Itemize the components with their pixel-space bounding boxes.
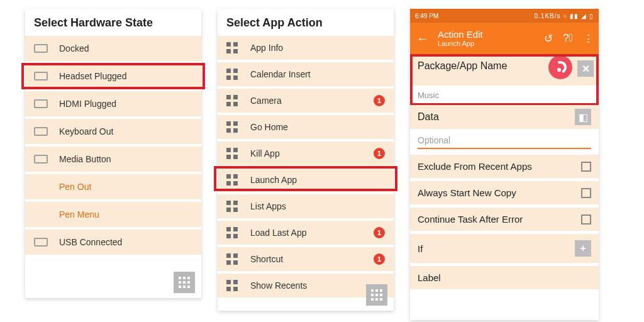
count-badge: 1 <box>374 253 385 265</box>
laptop-icon <box>34 155 48 164</box>
list-item[interactable]: Launch App <box>218 168 394 192</box>
item-label: Show Recents <box>250 280 385 291</box>
app-grid-icon <box>226 121 238 133</box>
status-time: 6:49 PM <box>415 13 438 19</box>
app-name-value: Music <box>410 86 599 105</box>
item-label: Launch App <box>250 175 385 185</box>
app-bar: ← Action Edit Launch App ↺ ?⃝ ⋮ <box>410 23 599 54</box>
placeholder-text: Optional <box>418 135 450 145</box>
laptop-icon <box>34 72 48 80</box>
section-package[interactable]: Package/App Name ✕ <box>410 54 599 86</box>
row-label: Label <box>418 272 441 283</box>
row-label: If <box>418 243 423 254</box>
item-label: HDMI Plugged <box>59 99 192 109</box>
status-bar: 6:49 PM 0.1KB/s ⌂ ▮▮ ◢ ▯ <box>410 9 599 23</box>
section-label: Data <box>418 111 439 123</box>
laptop-icon <box>34 99 48 108</box>
item-label: Docked <box>59 43 192 53</box>
item-label: USB Connected <box>59 237 192 247</box>
checkbox-row[interactable]: Continue Task After Error <box>410 208 599 231</box>
panel-app-action: Select App Action App InfoCalendar Inser… <box>218 9 394 311</box>
laptop-icon <box>34 238 48 247</box>
help-icon[interactable]: ?⃝ <box>563 32 573 45</box>
list-item[interactable]: Docked <box>25 36 201 61</box>
status-net: 0.1KB/s <box>535 13 561 19</box>
list-item[interactable]: Kill App1 <box>218 142 394 165</box>
list-item[interactable]: Pen Out <box>25 174 201 199</box>
item-label: App Info <box>250 43 385 53</box>
list-item[interactable]: Calendar Insert <box>218 62 394 86</box>
item-label: Camera <box>250 96 374 106</box>
undo-icon[interactable]: ↺ <box>544 32 553 45</box>
item-label: Pen Out <box>59 182 192 192</box>
item-label: Headset Plugged <box>59 71 192 81</box>
item-label: Kill App <box>250 148 374 158</box>
count-badge: 1 <box>374 227 385 238</box>
checkbox[interactable] <box>581 162 591 172</box>
app-grid-icon <box>226 280 238 291</box>
item-label: Go Home <box>250 122 385 132</box>
laptop-icon <box>34 44 48 53</box>
item-label: Shortcut <box>250 254 374 264</box>
battery-icon: ▯ <box>589 13 594 19</box>
app-grid-icon <box>226 42 238 53</box>
list-item[interactable]: Headset Plugged <box>25 64 201 89</box>
laptop-icon <box>34 127 48 136</box>
appbar-subtitle: Launch App <box>438 40 483 47</box>
app-grid-icon <box>226 148 238 159</box>
list-item[interactable]: App Info <box>218 36 394 60</box>
section-data[interactable]: Data ◧ <box>410 105 599 129</box>
list-item[interactable]: Shortcut1 <box>218 247 394 271</box>
item-label: Pen Menu <box>59 209 192 219</box>
wifi-icon: ◢ <box>581 13 587 19</box>
count-badge: 1 <box>374 148 385 159</box>
list-item[interactable]: Camera1 <box>218 89 394 113</box>
app-grid-icon <box>226 174 238 186</box>
item-label: Load Last App <box>250 228 374 238</box>
list-item[interactable]: Keyboard Out <box>25 119 201 144</box>
appbar-title: Action Edit <box>438 30 483 39</box>
list-item[interactable]: Media Button <box>25 147 201 172</box>
expand-icon[interactable]: ✕ <box>577 60 594 77</box>
app-grid-icon <box>226 95 238 106</box>
apps-grid-button[interactable] <box>366 284 387 306</box>
apps-grid-button[interactable] <box>174 272 195 293</box>
row-label[interactable]: Label <box>410 266 599 289</box>
data-input[interactable]: Optional <box>418 133 591 149</box>
checkbox-row[interactable]: Always Start New Copy <box>410 181 599 204</box>
list-item[interactable]: USB Connected <box>25 230 201 255</box>
count-badge: 1 <box>374 95 385 106</box>
overflow-icon[interactable]: ⋮ <box>583 32 594 45</box>
panel-title: Select App Action <box>218 9 394 36</box>
list-item[interactable]: List Apps <box>218 194 394 218</box>
panel-hardware-state: Select Hardware State DockedHeadset Plug… <box>25 9 201 298</box>
row-label: Continue Task After Error <box>418 214 523 225</box>
music-app-icon[interactable] <box>548 55 572 79</box>
checkbox-row[interactable]: Exclude From Recent Apps <box>410 155 599 178</box>
row-if[interactable]: If + <box>410 234 599 263</box>
checkbox[interactable] <box>581 214 591 225</box>
row-label: Exclude From Recent Apps <box>418 161 532 172</box>
plus-icon[interactable]: + <box>575 240 591 257</box>
item-label: Media Button <box>59 154 192 164</box>
app-grid-icon <box>226 227 238 238</box>
bluetooth-icon: ⌂ <box>564 13 567 19</box>
panel-title: Select Hardware State <box>25 9 201 36</box>
item-label: Keyboard Out <box>59 126 192 136</box>
app-grid-icon <box>226 69 238 80</box>
checkbox[interactable] <box>581 188 591 198</box>
list-item[interactable]: Pen Menu <box>25 202 201 227</box>
section-label: Package/App Name <box>418 60 507 71</box>
app-grid-icon <box>226 201 238 212</box>
signal-icon: ▮▮ <box>570 13 579 19</box>
list-item[interactable]: Go Home <box>218 115 394 139</box>
row-label: Always Start New Copy <box>418 187 516 198</box>
item-label: List Apps <box>250 201 385 211</box>
back-icon[interactable]: ← <box>416 31 429 46</box>
list-item[interactable]: HDMI Plugged <box>25 91 201 116</box>
item-label: Calendar Insert <box>250 69 385 79</box>
app-grid-icon <box>226 253 238 265</box>
panel-action-edit: 6:49 PM 0.1KB/s ⌂ ▮▮ ◢ ▯ ← Action Edit L… <box>410 9 599 320</box>
list-item[interactable]: Load Last App1 <box>218 221 394 245</box>
tag-icon[interactable]: ◧ <box>575 109 591 125</box>
